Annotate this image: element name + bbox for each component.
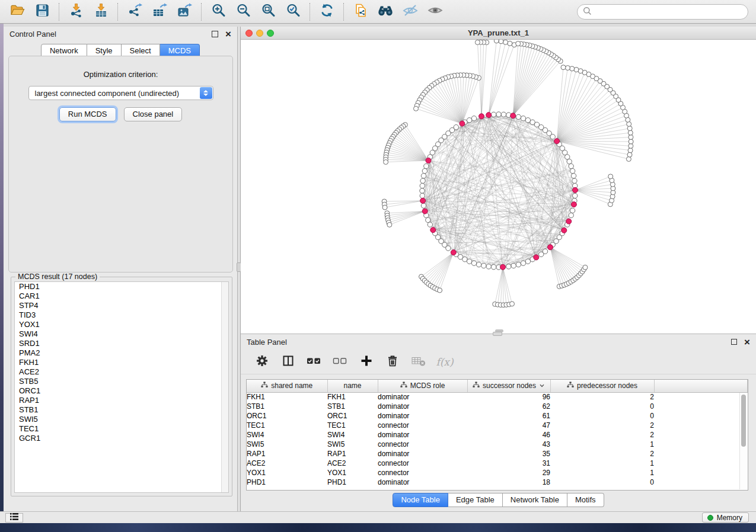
import-network-button[interactable]	[65, 2, 87, 22]
mcds-result-item[interactable]: SRD1	[15, 339, 228, 348]
close-panel-icon[interactable]: ×	[225, 31, 231, 37]
mcds-result-item[interactable]: SWI5	[15, 415, 228, 424]
cell-predecessor_nodes: 0	[550, 477, 654, 487]
column-header-name[interactable]: name	[327, 380, 378, 392]
close-table-panel-icon[interactable]: ×	[744, 339, 750, 345]
zoom-in-button[interactable]	[208, 2, 229, 22]
column-header-predecessor-nodes[interactable]: predecessor nodes	[550, 380, 654, 392]
add-button[interactable]	[358, 353, 375, 371]
select-checked-button[interactable]	[306, 353, 323, 371]
mcds-result-item[interactable]: ACE2	[15, 367, 228, 377]
network-graph[interactable]	[241, 40, 756, 334]
mcds-node[interactable]	[479, 114, 484, 119]
cell-predecessor_nodes: 0	[550, 402, 654, 411]
mcds-result-item[interactable]: GCR1	[15, 434, 228, 443]
table-row[interactable]: ACE2ACE2connector311	[247, 459, 748, 468]
task-history-button[interactable]	[5, 513, 23, 523]
mcds-node[interactable]	[554, 139, 560, 144]
column-header-successor-nodes[interactable]: successor nodes	[467, 380, 550, 392]
mcds-result-item[interactable]: SWI4	[15, 329, 228, 339]
export-image-button[interactable]	[174, 2, 195, 22]
duplicate-network-icon	[353, 2, 369, 21]
cell-shared_name: ORC1	[247, 411, 327, 421]
mcds-result-item[interactable]: STP4	[15, 301, 228, 310]
search-input[interactable]	[595, 8, 748, 17]
mcds-result-item[interactable]: TID3	[15, 310, 228, 320]
table-row[interactable]: YOX1YOX1connector291	[247, 468, 748, 477]
table-row[interactable]: FKH1FKH1dominator962	[247, 392, 748, 402]
import-table-button[interactable]	[90, 2, 111, 22]
mcds-result-item[interactable]: STB5	[15, 377, 228, 386]
mcds-result-item[interactable]: YOX1	[15, 320, 228, 329]
mcds-node[interactable]	[486, 113, 492, 118]
table-row[interactable]: RAP1RAP1dominator352	[247, 449, 748, 459]
memory-button[interactable]: Memory	[702, 512, 749, 523]
table-vertical-scrollbar[interactable]	[739, 393, 747, 489]
table-row[interactable]: STB1STB1dominator620	[247, 402, 748, 411]
mcds-result-item[interactable]: CAR1	[15, 291, 228, 301]
mcds-result-item[interactable]: PHD1	[15, 282, 228, 291]
column-header-shared-name[interactable]: shared name	[247, 380, 327, 392]
export-network-button[interactable]	[124, 2, 145, 22]
zoom-out-button[interactable]	[232, 2, 254, 22]
mcds-node[interactable]	[420, 198, 426, 203]
search-field[interactable]	[577, 4, 748, 20]
table-scrollbar-thumb[interactable]	[741, 395, 746, 447]
tab-node-table[interactable]: Node Table	[393, 493, 448, 507]
mcds-node[interactable]	[511, 113, 516, 118]
zoom-fit-button[interactable]	[257, 2, 279, 22]
mcds-node[interactable]	[451, 250, 456, 255]
duplicate-network-button[interactable]	[350, 2, 371, 22]
export-table-button[interactable]	[149, 2, 170, 22]
show-all-button[interactable]	[425, 2, 446, 22]
mcds-result-item[interactable]: TEC1	[15, 424, 228, 434]
find-button[interactable]	[375, 2, 396, 22]
mcds-node[interactable]	[571, 202, 576, 207]
hide-selected-button[interactable]	[400, 2, 421, 22]
settings-button[interactable]	[254, 353, 270, 371]
table-row[interactable]: TEC1TEC1connector472	[247, 421, 748, 430]
columns-button[interactable]	[280, 353, 296, 371]
run-mcds-button[interactable]: Run MCDS	[59, 107, 116, 121]
horizontal-splitter-grip[interactable]	[493, 332, 502, 336]
mcds-result-item[interactable]: PMA2	[15, 348, 228, 358]
float-table-panel-icon[interactable]	[731, 339, 737, 345]
mcds-list-scrollbar[interactable]	[221, 282, 228, 492]
table-row[interactable]: ORC1ORC1dominator610	[247, 411, 748, 421]
zoom-selected-button[interactable]	[282, 2, 304, 22]
mcds-node[interactable]	[500, 264, 506, 270]
mcds-node[interactable]	[548, 245, 553, 250]
mcds-node[interactable]	[426, 158, 431, 164]
table-row[interactable]: PHD1PHD1dominator180	[247, 477, 748, 487]
network-canvas[interactable]	[241, 40, 756, 334]
graph-node	[521, 116, 525, 121]
optimization-criterion-dropdown[interactable]: largest connected component (undirected)	[28, 86, 213, 100]
float-panel-icon[interactable]	[212, 31, 218, 37]
mcds-node[interactable]	[566, 219, 572, 224]
mcds-node[interactable]	[460, 121, 465, 126]
tab-motifs[interactable]: Motifs	[567, 493, 604, 507]
cell-filler	[654, 440, 748, 449]
mcds-result-item[interactable]: RAP1	[15, 396, 228, 405]
mcds-node[interactable]	[534, 255, 539, 260]
table-row[interactable]: SWI5SWI5connector431	[247, 440, 748, 449]
tab-network-table[interactable]: Network Table	[503, 493, 567, 507]
open-button[interactable]	[7, 2, 28, 22]
tab-edge-table[interactable]: Edge Table	[448, 493, 503, 507]
graph-node	[565, 66, 570, 70]
mcds-result-item[interactable]: STB1	[15, 405, 228, 415]
mcds-node[interactable]	[573, 187, 578, 193]
mcds-result-item[interactable]: ORC1	[15, 386, 228, 396]
mcds-result-item[interactable]: FKH1	[15, 358, 228, 367]
refresh-button[interactable]	[316, 2, 337, 22]
column-header-MCDS-role[interactable]: MCDS role	[378, 380, 467, 392]
table-row[interactable]: SWI4SWI4dominator462	[247, 430, 748, 440]
delete-button[interactable]	[384, 353, 401, 371]
mcds-node[interactable]	[430, 227, 436, 233]
mcds-node[interactable]	[422, 209, 428, 214]
memory-status-icon	[707, 515, 713, 521]
mcds-node[interactable]	[562, 227, 567, 233]
close-panel-button[interactable]: Close panel	[124, 107, 183, 121]
save-button[interactable]	[31, 2, 53, 22]
select-unchecked-button[interactable]	[332, 353, 349, 371]
